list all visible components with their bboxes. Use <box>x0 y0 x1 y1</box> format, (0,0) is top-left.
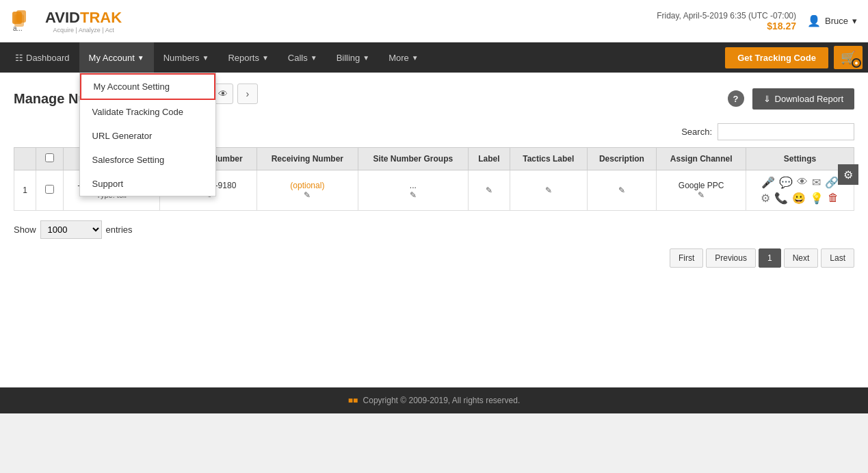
header-right: ? ⇓ Download Report <box>728 88 854 110</box>
page-current-button[interactable]: 1 <box>759 248 781 268</box>
row-site-groups: ... ✎ <box>358 170 468 211</box>
nav-dashboard-label: Dashboard <box>26 53 70 63</box>
show-select[interactable]: 1000 10 25 50 100 <box>40 220 102 239</box>
row-checkbox[interactable] <box>45 185 54 194</box>
search-label: Search: <box>681 127 712 137</box>
floating-settings-button[interactable]: ⚙ <box>838 164 858 185</box>
dropdown-item-salesforce[interactable]: Salesforce Setting <box>80 148 215 172</box>
tactics-edit-icon[interactable]: ✎ <box>517 186 579 195</box>
footer: ■■ Copyright © 2009-2019, All rights res… <box>0 387 868 413</box>
nav-dashboard[interactable]: ☷ Dashboard <box>5 42 79 73</box>
site-groups-edit-icon[interactable]: ✎ <box>365 190 461 200</box>
page-previous-button[interactable]: Previous <box>706 248 756 268</box>
datetime-text: Friday, April-5-2019 6:35 (UTC -07:00) <box>657 11 796 21</box>
datetime-area: Friday, April-5-2019 6:35 (UTC -07:00) $… <box>657 11 796 31</box>
row-index: 1 <box>14 170 36 211</box>
receiving-edit-icon[interactable]: ✎ <box>264 190 351 200</box>
footer-copyright: Copyright © 2009-2019, All rights reserv… <box>363 396 521 405</box>
dropdown-item-support[interactable]: Support <box>80 172 215 196</box>
gear-action-icon[interactable]: ⚙ <box>761 192 770 205</box>
user-icon: 👤 <box>807 14 821 27</box>
show-label: Show <box>14 225 36 235</box>
entries-label: entries <box>106 225 133 235</box>
nav-calls[interactable]: Calls ▼ <box>278 42 327 73</box>
numbers-caret: ▼ <box>202 54 209 62</box>
delete-action-icon[interactable]: 🗑 <box>828 192 839 205</box>
nav-more-label: More <box>389 53 409 63</box>
dropdown-item-urlgenerator[interactable]: URL Generator <box>80 124 215 148</box>
label-edit-icon[interactable]: ✎ <box>475 186 503 195</box>
nav-numbers-label: Numbers <box>163 53 200 63</box>
col-site-groups: Site Number Groups <box>358 148 468 170</box>
col-receiving: Receiving Number <box>257 148 358 170</box>
logo-icon: a... <box>11 9 42 34</box>
description-edit-icon[interactable]: ✎ <box>594 186 650 195</box>
logo: a... AVIDTRAK Acquire | Analyze | Act <box>11 9 122 34</box>
nav-billing[interactable]: Billing ▼ <box>327 42 380 73</box>
listen-action-icon[interactable]: 👁 <box>797 176 808 189</box>
smiley-action-icon[interactable]: 😀 <box>792 192 806 205</box>
help-icon[interactable]: ? <box>728 90 744 107</box>
settings-icons-bottom: ⚙ 📞 😀 💡 🗑 <box>753 192 847 205</box>
row-channel: Google PPC ✎ <box>657 170 746 211</box>
page-first-button[interactable]: First <box>670 248 703 268</box>
tracking-code-button[interactable]: Get Tracking Code <box>725 47 828 68</box>
row-label: ✎ <box>468 170 510 211</box>
phone-action-icon[interactable]: 📞 <box>774 192 788 205</box>
show-entries-row: Show 1000 10 25 50 100 entries <box>14 220 854 239</box>
billing-caret: ▼ <box>363 54 369 62</box>
search-input[interactable] <box>718 123 854 140</box>
user-menu[interactable]: 👤 Bruce ▾ <box>807 14 857 27</box>
footer-dot: ■■ <box>348 396 358 405</box>
dropdown-item-myaccountsetting[interactable]: My Account Setting <box>80 73 215 100</box>
top-bar: a... AVIDTRAK Acquire | Analyze | Act Fr… <box>0 0 868 42</box>
toolbar-icon-more[interactable]: › <box>237 84 258 104</box>
settings-icons-top: 🎤 💬 👁 ✉ 🔗 <box>753 176 847 189</box>
nav-myaccount-label: My Account <box>89 53 135 63</box>
col-label: Label <box>468 148 510 170</box>
row-receiving: (optional) ✎ <box>257 170 358 211</box>
dashboard-icon: ☷ <box>15 53 23 63</box>
col-channel: Assign Channel <box>657 148 746 170</box>
select-all-checkbox[interactable] <box>45 153 54 162</box>
download-icon: ⇓ <box>763 94 771 104</box>
nav-reports-label: Reports <box>228 53 259 63</box>
link-action-icon[interactable]: 🔗 <box>825 176 839 189</box>
receiving-optional: (optional) <box>264 181 351 190</box>
cart-button[interactable]: 🛒 ● <box>834 46 863 69</box>
cart-badge: ● <box>852 58 861 68</box>
site-groups-value: ... <box>365 181 461 190</box>
nav-numbers[interactable]: Numbers ▼ <box>154 42 219 73</box>
nav-myaccount[interactable]: My Account ▼ My Account Setting Validate… <box>79 42 154 73</box>
bulb-action-icon[interactable]: 💡 <box>810 192 824 205</box>
more-caret: ▼ <box>412 54 419 62</box>
username: Bruce <box>825 16 848 26</box>
nav-reports[interactable]: Reports ▼ <box>218 42 278 73</box>
nav-calls-label: Calls <box>288 53 308 63</box>
balance-text: $18.27 <box>657 21 796 31</box>
page-last-button[interactable]: Last <box>821 248 854 268</box>
reports-caret: ▼ <box>262 54 269 62</box>
nav-more[interactable]: More ▼ <box>379 42 428 73</box>
channel-edit-icon[interactable]: ✎ <box>663 190 739 200</box>
email-action-icon[interactable]: ✉ <box>812 176 821 189</box>
mic-action-icon[interactable]: 🎤 <box>761 176 775 189</box>
myaccount-dropdown: My Account Setting Validate Tracking Cod… <box>79 73 216 196</box>
col-description: Description <box>587 148 657 170</box>
chat-action-icon[interactable]: 💬 <box>779 176 793 189</box>
top-right: Friday, April-5-2019 6:35 (UTC -07:00) $… <box>657 11 857 31</box>
dropdown-item-validatetracking[interactable]: Validate Tracking Code <box>80 100 215 124</box>
page-next-button[interactable]: Next <box>784 248 819 268</box>
col-num <box>14 148 36 170</box>
col-checkbox <box>36 148 64 170</box>
col-tactics: Tactics Label <box>510 148 587 170</box>
row-description: ✎ <box>587 170 657 211</box>
nav-bar: ☷ Dashboard My Account ▼ My Account Sett… <box>0 42 868 73</box>
svg-text:a...: a... <box>13 25 23 32</box>
download-report-button[interactable]: ⇓ Download Report <box>752 88 854 110</box>
user-caret: ▾ <box>852 16 857 26</box>
download-report-label: Download Report <box>775 94 843 104</box>
row-checkbox-cell <box>36 170 64 211</box>
nav-right-actions: Get Tracking Code 🛒 ● <box>725 42 863 73</box>
pagination: First Previous 1 Next Last <box>14 248 854 268</box>
